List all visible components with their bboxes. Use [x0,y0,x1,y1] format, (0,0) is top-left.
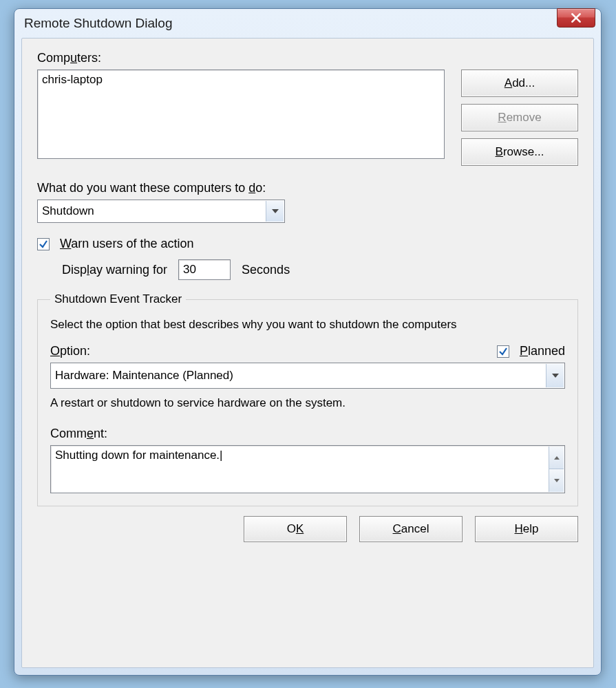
warn-checkbox[interactable] [37,238,50,250]
tracker-group: Shutdown Event Tracker Select the option… [37,292,578,506]
seconds-label: Seconds [242,263,290,277]
chevron-down-icon [554,479,560,482]
comment-value: Shutting down for maintenance.| [55,449,223,462]
chevron-down-icon [266,201,284,222]
chevron-up-icon [554,456,560,460]
tracker-legend: Shutdown Event Tracker [50,292,186,306]
warn-duration-row: Display warning for 30 Seconds [62,259,578,280]
list-item[interactable]: chris-laptop [42,73,440,87]
titlebar[interactable]: Remote Shutdown Dialog [14,9,601,38]
remove-button[interactable]: Remove [461,104,578,131]
client-area: Computers: chris-laptop Add... Remove Br… [21,38,594,668]
window-title: Remote Shutdown Dialog [24,16,595,31]
cancel-button[interactable]: Cancel [359,516,463,542]
reason-select[interactable]: Hardware: Maintenance (Planned) [50,363,565,389]
comment-textarea[interactable]: Shutting down for maintenance.| [50,445,565,493]
dialog-window: Remote Shutdown Dialog Computers: chris-… [14,8,602,676]
dialog-footer: OK Cancel Help [37,516,578,542]
computers-label: Computers: [37,51,578,65]
planned-checkbox[interactable] [497,345,509,358]
warn-checkbox-row: Warn users of the action [37,237,578,251]
scroll-up-button[interactable] [549,447,564,469]
display-warning-label: Display warning for [62,263,167,277]
ok-button[interactable]: OK [244,516,347,542]
planned-checkbox-label: Planned [520,344,565,358]
tracker-description: Select the option that best describes wh… [50,317,565,333]
warn-checkbox-label: Warn users of the action [60,237,193,250]
reason-description: A restart or shutdown to service hardwar… [50,396,565,411]
action-select[interactable]: Shutdown [37,200,285,223]
action-selected-value: Shutdown [42,204,94,218]
close-icon [570,12,582,24]
add-button[interactable]: Add... [461,69,578,97]
option-label: Option: [50,344,90,358]
browse-button[interactable]: Browse... [461,138,578,166]
comment-label: Comment: [50,427,565,441]
check-icon [39,239,48,249]
reason-selected-value: Hardware: Maintenance (Planned) [55,369,233,383]
scroll-down-button[interactable] [549,469,564,492]
action-label: What do you want these computers to do: [37,181,578,195]
help-button[interactable]: Help [475,516,578,542]
computers-listbox[interactable]: chris-laptop [37,69,445,159]
check-icon [498,347,508,356]
close-button[interactable] [557,8,595,28]
warning-seconds-input[interactable]: 30 [178,259,231,280]
planned-checkbox-row: Planned [497,344,565,358]
chevron-down-icon [546,364,564,387]
